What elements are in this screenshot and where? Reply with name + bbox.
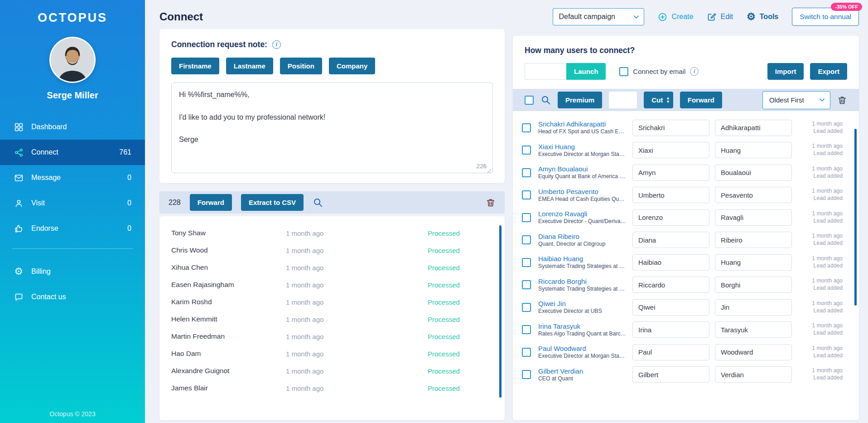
- contact-checkbox[interactable]: [522, 190, 531, 199]
- contact-checkbox[interactable]: [522, 348, 531, 357]
- launch-button[interactable]: Launch: [566, 63, 606, 80]
- create-label: Create: [671, 13, 693, 21]
- contact-last-name-input[interactable]: [715, 120, 792, 136]
- export-button[interactable]: Export: [810, 63, 847, 80]
- sidebar-item-visit[interactable]: Visit 0: [0, 190, 145, 216]
- contact-name-link[interactable]: Xiaxi Huang: [538, 143, 627, 151]
- contact-last-name-input[interactable]: [715, 344, 792, 360]
- contact-name-link[interactable]: Irina Tarasyuk: [538, 322, 627, 331]
- contact-checkbox[interactable]: [522, 168, 531, 177]
- forward-button[interactable]: Forward: [680, 92, 722, 108]
- contact-first-name-input[interactable]: [632, 165, 709, 181]
- contact-last-name-input[interactable]: [715, 277, 792, 293]
- edit-icon: [707, 12, 716, 22]
- contact-first-name-input[interactable]: [632, 254, 709, 271]
- cut-label: Cut: [651, 96, 663, 104]
- search-icon[interactable]: [540, 95, 551, 105]
- processed-list: Tony Shaw 1 month ago Processed Chris Wo…: [171, 224, 505, 397]
- contact-first-name-input[interactable]: [632, 366, 709, 383]
- contact-name-link[interactable]: Umberto Pesavento: [538, 188, 627, 196]
- contact-first-name-input[interactable]: [632, 142, 709, 158]
- contact-name-link[interactable]: Gilbert Verdian: [538, 367, 627, 375]
- contact-checkbox[interactable]: [522, 325, 531, 334]
- contact-last-name-input[interactable]: [715, 232, 792, 248]
- note-textarea[interactable]: Hi %%first_name%%, I'd like to add you t…: [171, 83, 493, 173]
- contact-last-name-input[interactable]: [715, 254, 792, 271]
- contact-checkbox[interactable]: [522, 280, 531, 289]
- cut-button[interactable]: Cut: [644, 92, 673, 108]
- contact-first-name-input[interactable]: [632, 120, 709, 136]
- contact-checkbox[interactable]: [522, 213, 531, 222]
- contact-last-name-input[interactable]: [715, 321, 792, 338]
- scrollbar-thumb[interactable]: [499, 225, 502, 398]
- main-content: Connect Default campaign Create Edit: [145, 0, 868, 423]
- contact-name-link[interactable]: Srichakri Adhikarapatti: [538, 120, 627, 128]
- contact-first-name-input[interactable]: [632, 209, 709, 226]
- user-name: Serge Miller: [0, 90, 145, 101]
- firstname-tag-button[interactable]: Firstname: [171, 58, 219, 74]
- contact-name-link[interactable]: Riccardo Borghi: [538, 277, 627, 286]
- cut-count-input[interactable]: [609, 92, 637, 108]
- sidebar-item-label: Visit: [31, 199, 127, 207]
- contact-checkbox[interactable]: [522, 303, 531, 312]
- contact-checkbox[interactable]: [522, 258, 531, 267]
- info-icon[interactable]: [272, 40, 281, 49]
- contact-last-name-input[interactable]: [715, 299, 792, 316]
- contact-last-name-input[interactable]: [715, 165, 792, 181]
- trash-icon[interactable]: [486, 198, 496, 208]
- contact-name-link[interactable]: Diana Ribeiro: [538, 233, 627, 241]
- contact-checkbox[interactable]: [522, 370, 531, 379]
- cut-spinner-icon[interactable]: [667, 97, 669, 103]
- contact-name-link[interactable]: Lorenzo Ravagli: [538, 210, 627, 218]
- contact-first-name-input[interactable]: [632, 187, 709, 203]
- contact-first-name-input[interactable]: [632, 321, 709, 338]
- connect-by-email-checkbox[interactable]: [619, 67, 628, 76]
- contact-first-name-input[interactable]: [632, 299, 709, 316]
- content-columns: Connection request note: Firstname Lastn…: [159, 29, 859, 420]
- campaign-select[interactable]: Default campaign: [553, 8, 644, 25]
- processed-status: Processed: [428, 264, 505, 272]
- lastname-tag-button[interactable]: Lastname: [226, 58, 273, 74]
- sidebar-item-contact-us[interactable]: Contact us: [0, 284, 145, 310]
- search-icon[interactable]: [313, 197, 323, 208]
- position-tag-button[interactable]: Position: [280, 58, 322, 74]
- trash-icon[interactable]: [837, 95, 847, 105]
- forward-button[interactable]: Forward: [190, 194, 232, 211]
- contact-checkbox[interactable]: [522, 146, 531, 155]
- contact-first-name-input[interactable]: [632, 277, 709, 293]
- tools-button[interactable]: Tools: [747, 12, 778, 22]
- contact-last-name-input[interactable]: [715, 209, 792, 226]
- contact-last-name-input[interactable]: [715, 142, 792, 158]
- scrollbar-thumb[interactable]: [854, 129, 857, 306]
- import-button[interactable]: Import: [767, 63, 804, 80]
- premium-button[interactable]: Premium: [558, 92, 602, 108]
- sidebar-item-message[interactable]: Message 0: [0, 165, 145, 190]
- info-icon[interactable]: [690, 67, 699, 76]
- sidebar-item-endorse[interactable]: Endorse 0: [0, 216, 145, 241]
- sidebar-item-dashboard[interactable]: Dashboard: [0, 114, 145, 140]
- contact-last-name-input[interactable]: [715, 366, 792, 383]
- contact-name-link[interactable]: Qiwei Jin: [538, 300, 627, 308]
- contact-status: Lead added: [797, 330, 843, 337]
- contact-last-name-input[interactable]: [715, 187, 792, 203]
- avatar-image: [51, 38, 94, 82]
- switch-to-annual-button[interactable]: Switch to annual -35% OFF: [792, 8, 859, 26]
- contact-name-link[interactable]: Haibiao Huang: [538, 255, 627, 263]
- contact-name-link[interactable]: Amyn Boualaoui: [538, 165, 627, 173]
- select-all-checkbox[interactable]: [525, 96, 534, 105]
- sidebar-item-billing[interactable]: Billing: [0, 259, 145, 284]
- contact-time: 1 month ago: [797, 345, 843, 352]
- users-count-input[interactable]: [525, 63, 566, 80]
- contact-status: Lead added: [797, 173, 843, 180]
- extract-csv-button[interactable]: Extract to CSV: [241, 194, 304, 211]
- edit-button[interactable]: Edit: [707, 12, 733, 22]
- contact-checkbox[interactable]: [522, 235, 531, 244]
- contact-name-link[interactable]: Paul Woodward: [538, 345, 627, 353]
- contact-first-name-input[interactable]: [632, 232, 709, 248]
- contact-checkbox[interactable]: [522, 123, 531, 132]
- contact-first-name-input[interactable]: [632, 344, 709, 360]
- company-tag-button[interactable]: Company: [329, 58, 375, 74]
- sort-select[interactable]: Oldest First: [762, 91, 830, 109]
- sidebar-item-connect[interactable]: Connect 761: [0, 140, 145, 165]
- create-button[interactable]: Create: [658, 12, 693, 22]
